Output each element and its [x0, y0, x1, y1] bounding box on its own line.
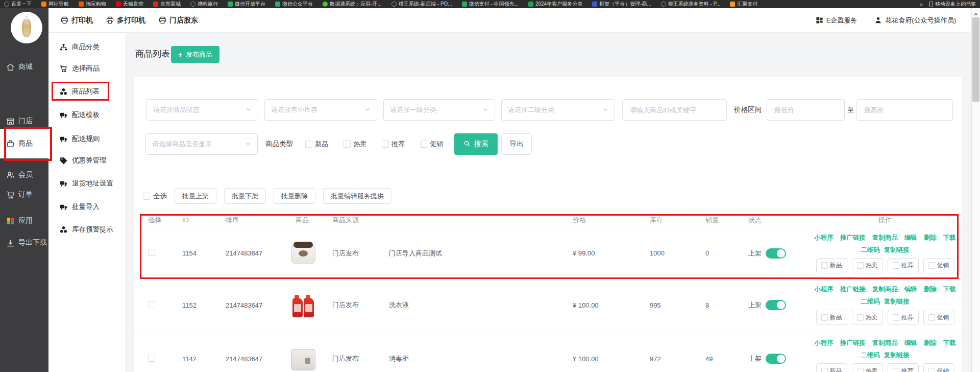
submenu-item-库存预警提示[interactable]: 库存预警提示	[48, 223, 125, 236]
checkbox-icon[interactable]	[143, 193, 150, 200]
batch-button-批量下架[interactable]: 批量下架	[224, 188, 266, 204]
tag-checkbox-促销[interactable]: 促销	[923, 363, 954, 372]
bookmark-item[interactable]: 模王系统准备资料 - P...	[661, 1, 721, 8]
checkbox-icon[interactable]	[857, 368, 864, 372]
bookmark-item[interactable]: 2024年客户服务分表	[528, 1, 582, 8]
sidebar-item-订单[interactable]: 订单	[0, 184, 48, 205]
scrollbar-thumb[interactable]	[972, 17, 979, 102]
action-link-小程序[interactable]: 小程序	[814, 234, 834, 242]
bookmark-item[interactable]: 数据通系统：应用-开...	[323, 1, 382, 8]
action-link-下载[interactable]: 下载	[943, 234, 956, 242]
checkbox-icon[interactable]	[928, 314, 935, 321]
sidebar-item-应用[interactable]: 应用	[0, 211, 48, 231]
tag-checkbox-促销[interactable]: 促销	[923, 258, 954, 273]
action-link-复制链接[interactable]: 复制链接	[884, 297, 910, 306]
bookmark-item[interactable]: 模王系统-新后端 - PO...	[391, 1, 452, 8]
action-link-小程序[interactable]: 小程序	[814, 285, 834, 294]
action-link-二维码[interactable]: 二维码	[861, 297, 880, 306]
sidebar-item-门店[interactable]: 门店	[0, 111, 48, 131]
bookmark-item[interactable]: 微信支付 - 中国领先...	[462, 1, 519, 8]
tag-checkbox-新品[interactable]: 新品	[816, 363, 847, 372]
checkbox-icon[interactable]	[928, 368, 935, 372]
tag-checkbox-推荐[interactable]: 推荐	[888, 310, 919, 325]
bookmark-item[interactable]: 框架（平台）管理-商...	[592, 1, 651, 8]
action-link-二维码[interactable]: 二维码	[861, 351, 880, 360]
action-link-推广链接[interactable]: 推广链接	[840, 234, 866, 242]
tag-checkbox-热卖[interactable]: 热卖	[852, 363, 883, 372]
filter-select-0[interactable]: 请选择商品状态	[146, 99, 258, 121]
submenu-item-商品列表[interactable]: 商品列表	[48, 85, 125, 98]
type-checkbox-促销[interactable]: 促销	[420, 140, 443, 149]
max-price-input[interactable]	[863, 106, 946, 114]
row-checkbox[interactable]	[148, 249, 155, 256]
action-link-删除[interactable]: 删除	[924, 285, 937, 294]
bookmark-item[interactable]: 淘宝购物	[79, 1, 106, 8]
filter-select-3[interactable]: 请选择二级分类	[501, 99, 615, 121]
sidebar-item-商品[interactable]: 商品	[0, 129, 48, 158]
tag-checkbox-促销[interactable]: 促销	[923, 310, 954, 325]
display-filter-select[interactable]: 请选择商品是否显示	[145, 133, 258, 155]
tag-checkbox-新品[interactable]: 新品	[816, 310, 847, 325]
checkbox-icon[interactable]	[420, 141, 427, 148]
checkbox-icon[interactable]	[821, 262, 828, 269]
checkbox-icon[interactable]	[821, 368, 828, 372]
bookmark-item[interactable]: 汇聚支付	[730, 1, 757, 8]
checkbox-icon[interactable]	[857, 262, 864, 269]
action-link-推广链接[interactable]: 推广链接	[840, 285, 866, 294]
status-toggle[interactable]	[766, 248, 786, 259]
tag-checkbox-热卖[interactable]: 热卖	[852, 258, 883, 273]
bookmarks-overflow-chevron[interactable]: »	[920, 1, 922, 7]
submenu-item-配送模板[interactable]: 配送模板	[48, 108, 125, 122]
submenu-item-配送规则[interactable]: 配送规则	[48, 132, 125, 146]
vertical-scrollbar[interactable]	[971, 8, 980, 372]
action-link-复制链接[interactable]: 复制链接	[884, 246, 910, 254]
checkbox-icon[interactable]	[344, 141, 351, 148]
checkbox-icon[interactable]	[893, 262, 899, 269]
type-checkbox-热卖[interactable]: 热卖	[344, 140, 366, 149]
filter-select-1[interactable]: 请选择售中库存	[264, 99, 377, 121]
checkbox-icon[interactable]	[382, 141, 389, 148]
store-logo-avatar[interactable]	[11, 12, 42, 43]
batch-button-批量上架[interactable]: 批量上架	[175, 188, 216, 204]
submenu-item-商品分类[interactable]: 商品分类	[48, 40, 125, 54]
action-link-编辑[interactable]: 编辑	[904, 339, 917, 347]
row-checkbox[interactable]	[148, 301, 155, 308]
user-menu[interactable]: 花花食府(公众号操作员)	[874, 16, 956, 25]
action-link-复制商品[interactable]: 复制商品	[872, 339, 898, 347]
mobile-bookmarks-item[interactable]: 移动设备上的书签	[929, 1, 976, 8]
tag-checkbox-新品[interactable]: 新品	[816, 258, 847, 273]
action-link-删除[interactable]: 删除	[924, 339, 937, 347]
action-link-二维码[interactable]: 二维码	[861, 246, 880, 254]
keyword-input[interactable]	[629, 106, 720, 114]
action-link-编辑[interactable]: 编辑	[904, 285, 917, 294]
checkbox-icon[interactable]	[821, 314, 828, 321]
bookmark-item[interactable]: 微信开放平台	[228, 1, 265, 8]
export-button[interactable]: 导出	[501, 133, 532, 155]
checkbox-icon[interactable]	[305, 141, 312, 148]
sidebar-item-导出下载[interactable]: 导出下载	[0, 232, 48, 253]
bookmark-item[interactable]: 京东商城	[153, 1, 181, 8]
bookmark-item[interactable]: 携程旅行	[190, 1, 218, 8]
action-link-下载[interactable]: 下载	[943, 285, 956, 294]
filter-select-2[interactable]: 请选择一级分类	[383, 99, 495, 121]
action-link-删除[interactable]: 删除	[924, 234, 937, 242]
status-toggle[interactable]	[766, 300, 786, 310]
header-nav-2[interactable]: 门店股东	[159, 16, 198, 25]
submenu-item-优惠券管理[interactable]: 优惠券管理	[48, 154, 125, 167]
min-price-input[interactable]	[773, 106, 838, 114]
action-link-复制链接[interactable]: 复制链接	[884, 351, 910, 360]
batch-button-批量编辑服务提供[interactable]: 批量编辑服务提供	[323, 188, 391, 204]
tag-checkbox-推荐[interactable]: 推荐	[888, 363, 919, 372]
batch-button-批量删除[interactable]: 批量删除	[274, 188, 315, 204]
header-nav-0[interactable]: 打印机	[61, 16, 93, 25]
status-toggle[interactable]	[766, 354, 786, 364]
submenu-item-退货地址设置[interactable]: 退货地址设置	[48, 177, 125, 190]
action-link-下载[interactable]: 下载	[943, 339, 956, 347]
bookmark-item[interactable]: 天猫直营	[116, 1, 143, 8]
type-checkbox-新品[interactable]: 新品	[305, 140, 328, 149]
action-link-小程序[interactable]: 小程序	[814, 339, 834, 347]
type-checkbox-推荐[interactable]: 推荐	[382, 140, 405, 149]
submenu-item-批量导入[interactable]: 批量导入	[48, 200, 125, 214]
publish-product-button[interactable]: + 发布商品	[171, 46, 219, 63]
action-link-推广链接[interactable]: 推广链接	[840, 339, 866, 347]
